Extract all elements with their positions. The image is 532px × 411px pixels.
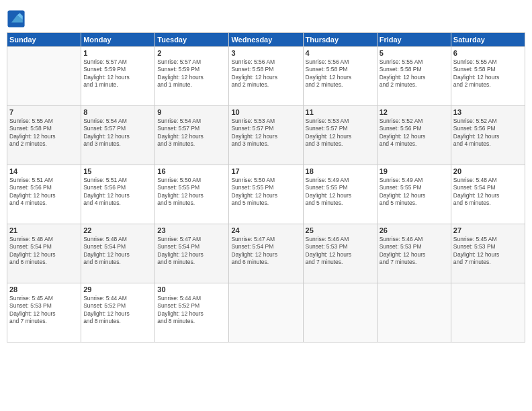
weekday-header-monday: Monday <box>81 33 155 47</box>
cell-info: Sunrise: 5:50 AM Sunset: 5:55 PM Dayligh… <box>157 177 226 208</box>
calendar-cell: 1Sunrise: 5:57 AM Sunset: 5:59 PM Daylig… <box>81 47 155 106</box>
cell-info: Sunrise: 5:51 AM Sunset: 5:56 PM Dayligh… <box>9 177 79 208</box>
weekday-header-row: SundayMondayTuesdayWednesdayThursdayFrid… <box>7 33 525 47</box>
cell-info: Sunrise: 5:49 AM Sunset: 5:55 PM Dayligh… <box>306 177 375 208</box>
cell-info: Sunrise: 5:55 AM Sunset: 5:58 PM Dayligh… <box>380 58 449 89</box>
day-number: 9 <box>157 108 226 116</box>
day-number: 19 <box>380 167 449 175</box>
cell-info: Sunrise: 5:48 AM Sunset: 5:54 PM Dayligh… <box>453 177 523 208</box>
calendar-cell: 22Sunrise: 5:48 AM Sunset: 5:54 PM Dayli… <box>81 224 155 283</box>
weekday-header-friday: Friday <box>377 33 451 47</box>
cell-info: Sunrise: 5:56 AM Sunset: 5:58 PM Dayligh… <box>231 58 300 89</box>
calendar-cell: 17Sunrise: 5:50 AM Sunset: 5:55 PM Dayli… <box>229 165 303 224</box>
day-number: 1 <box>83 49 152 57</box>
cell-info: Sunrise: 5:45 AM Sunset: 5:53 PM Dayligh… <box>9 295 79 326</box>
calendar-cell: 30Sunrise: 5:44 AM Sunset: 5:52 PM Dayli… <box>155 283 229 342</box>
calendar-cell: 11Sunrise: 5:53 AM Sunset: 5:57 PM Dayli… <box>303 106 377 165</box>
calendar-week-1: 1Sunrise: 5:57 AM Sunset: 5:59 PM Daylig… <box>7 47 525 106</box>
weekday-header-thursday: Thursday <box>303 33 377 47</box>
day-number: 8 <box>83 108 152 116</box>
calendar-cell: 12Sunrise: 5:52 AM Sunset: 5:56 PM Dayli… <box>377 106 451 165</box>
calendar-cell: 3Sunrise: 5:56 AM Sunset: 5:58 PM Daylig… <box>229 47 303 106</box>
day-number: 5 <box>380 49 449 57</box>
cell-info: Sunrise: 5:48 AM Sunset: 5:54 PM Dayligh… <box>9 236 79 267</box>
day-number: 12 <box>380 108 449 116</box>
day-number: 6 <box>453 49 523 57</box>
cell-info: Sunrise: 5:49 AM Sunset: 5:55 PM Dayligh… <box>380 177 449 208</box>
cell-info: Sunrise: 5:44 AM Sunset: 5:52 PM Dayligh… <box>157 295 226 326</box>
cell-info: Sunrise: 5:47 AM Sunset: 5:54 PM Dayligh… <box>157 236 226 267</box>
calendar-cell: 13Sunrise: 5:52 AM Sunset: 5:56 PM Dayli… <box>451 106 525 165</box>
calendar-week-3: 14Sunrise: 5:51 AM Sunset: 5:56 PM Dayli… <box>7 165 525 224</box>
day-number: 16 <box>157 167 226 175</box>
day-number: 3 <box>231 49 300 57</box>
day-number: 21 <box>9 226 79 234</box>
day-number: 17 <box>231 167 300 175</box>
calendar-cell <box>377 283 451 342</box>
calendar-cell: 28Sunrise: 5:45 AM Sunset: 5:53 PM Dayli… <box>7 283 81 342</box>
day-number: 29 <box>83 285 152 293</box>
day-number: 10 <box>231 108 300 116</box>
logo <box>7 9 27 28</box>
logo-icon <box>7 9 26 28</box>
cell-info: Sunrise: 5:50 AM Sunset: 5:55 PM Dayligh… <box>231 177 300 208</box>
calendar-cell: 23Sunrise: 5:47 AM Sunset: 5:54 PM Dayli… <box>155 224 229 283</box>
calendar-cell: 24Sunrise: 5:47 AM Sunset: 5:54 PM Dayli… <box>229 224 303 283</box>
calendar-cell: 6Sunrise: 5:55 AM Sunset: 5:58 PM Daylig… <box>451 47 525 106</box>
calendar-cell: 7Sunrise: 5:55 AM Sunset: 5:58 PM Daylig… <box>7 106 81 165</box>
day-number: 13 <box>453 108 523 116</box>
day-number: 7 <box>9 108 79 116</box>
weekday-header-tuesday: Tuesday <box>155 33 229 47</box>
calendar-cell: 25Sunrise: 5:46 AM Sunset: 5:53 PM Dayli… <box>303 224 377 283</box>
day-number: 23 <box>157 226 226 234</box>
cell-info: Sunrise: 5:57 AM Sunset: 5:59 PM Dayligh… <box>83 58 152 89</box>
calendar-cell: 19Sunrise: 5:49 AM Sunset: 5:55 PM Dayli… <box>377 165 451 224</box>
calendar-cell <box>229 283 303 342</box>
cell-info: Sunrise: 5:44 AM Sunset: 5:52 PM Dayligh… <box>83 295 152 326</box>
calendar-cell <box>303 283 377 342</box>
calendar-cell: 21Sunrise: 5:48 AM Sunset: 5:54 PM Dayli… <box>7 224 81 283</box>
calendar-cell: 5Sunrise: 5:55 AM Sunset: 5:58 PM Daylig… <box>377 47 451 106</box>
calendar-cell: 18Sunrise: 5:49 AM Sunset: 5:55 PM Dayli… <box>303 165 377 224</box>
day-number: 2 <box>157 49 226 57</box>
page-header <box>7 7 525 28</box>
day-number: 4 <box>306 49 375 57</box>
calendar-cell: 2Sunrise: 5:57 AM Sunset: 5:59 PM Daylig… <box>155 47 229 106</box>
calendar-cell: 27Sunrise: 5:45 AM Sunset: 5:53 PM Dayli… <box>451 224 525 283</box>
cell-info: Sunrise: 5:48 AM Sunset: 5:54 PM Dayligh… <box>83 236 152 267</box>
cell-info: Sunrise: 5:55 AM Sunset: 5:58 PM Dayligh… <box>9 118 79 148</box>
calendar-week-2: 7Sunrise: 5:55 AM Sunset: 5:58 PM Daylig… <box>7 106 525 165</box>
calendar-body: 1Sunrise: 5:57 AM Sunset: 5:59 PM Daylig… <box>7 47 525 342</box>
calendar-table: SundayMondayTuesdayWednesdayThursdayFrid… <box>7 32 525 342</box>
day-number: 22 <box>83 226 152 234</box>
cell-info: Sunrise: 5:52 AM Sunset: 5:56 PM Dayligh… <box>453 118 523 148</box>
cell-info: Sunrise: 5:53 AM Sunset: 5:57 PM Dayligh… <box>231 118 300 148</box>
day-number: 26 <box>380 226 449 234</box>
calendar-cell: 16Sunrise: 5:50 AM Sunset: 5:55 PM Dayli… <box>155 165 229 224</box>
cell-info: Sunrise: 5:53 AM Sunset: 5:57 PM Dayligh… <box>306 118 375 148</box>
day-number: 11 <box>306 108 375 116</box>
cell-info: Sunrise: 5:56 AM Sunset: 5:58 PM Dayligh… <box>306 58 375 89</box>
cell-info: Sunrise: 5:54 AM Sunset: 5:57 PM Dayligh… <box>83 118 152 148</box>
calendar-cell: 8Sunrise: 5:54 AM Sunset: 5:57 PM Daylig… <box>81 106 155 165</box>
calendar-cell: 20Sunrise: 5:48 AM Sunset: 5:54 PM Dayli… <box>451 165 525 224</box>
cell-info: Sunrise: 5:54 AM Sunset: 5:57 PM Dayligh… <box>157 118 226 148</box>
weekday-header-saturday: Saturday <box>451 33 525 47</box>
day-number: 25 <box>306 226 375 234</box>
calendar-cell: 15Sunrise: 5:51 AM Sunset: 5:56 PM Dayli… <box>81 165 155 224</box>
day-number: 27 <box>453 226 523 234</box>
weekday-header-sunday: Sunday <box>7 33 81 47</box>
calendar-cell <box>451 283 525 342</box>
cell-info: Sunrise: 5:55 AM Sunset: 5:58 PM Dayligh… <box>453 58 523 89</box>
calendar-cell: 9Sunrise: 5:54 AM Sunset: 5:57 PM Daylig… <box>155 106 229 165</box>
cell-info: Sunrise: 5:46 AM Sunset: 5:53 PM Dayligh… <box>380 236 449 267</box>
cell-info: Sunrise: 5:45 AM Sunset: 5:53 PM Dayligh… <box>453 236 523 267</box>
day-number: 20 <box>453 167 523 175</box>
cell-info: Sunrise: 5:51 AM Sunset: 5:56 PM Dayligh… <box>83 177 152 208</box>
day-number: 14 <box>9 167 79 175</box>
calendar-cell: 10Sunrise: 5:53 AM Sunset: 5:57 PM Dayli… <box>229 106 303 165</box>
day-number: 18 <box>306 167 375 175</box>
calendar-cell: 26Sunrise: 5:46 AM Sunset: 5:53 PM Dayli… <box>377 224 451 283</box>
day-number: 28 <box>9 285 79 293</box>
cell-info: Sunrise: 5:57 AM Sunset: 5:59 PM Dayligh… <box>157 58 226 89</box>
